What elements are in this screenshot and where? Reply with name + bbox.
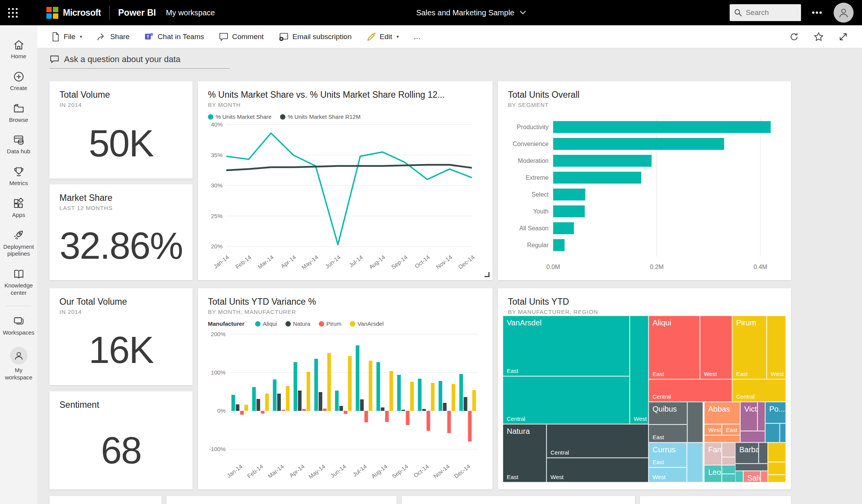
treemap-cell[interactable] <box>759 443 768 463</box>
qa-question-input[interactable]: Ask a question about your data <box>49 54 230 69</box>
treemap-cell[interactable] <box>768 462 786 474</box>
tile-market-share-line-chart[interactable]: % Units Market Share vs. % Units Market … <box>198 81 493 280</box>
account-avatar[interactable] <box>834 3 854 23</box>
teams-icon: T <box>144 32 154 42</box>
treemap-cell[interactable] <box>768 443 786 462</box>
sidebar-item-label: Deployment pipelines <box>1 243 36 258</box>
file-menu-button[interactable]: File ▾ <box>51 32 82 42</box>
partial-card[interactable] <box>640 496 791 504</box>
partial-card[interactable] <box>49 496 162 504</box>
partial-card[interactable] <box>402 496 635 504</box>
treemap-cell[interactable] <box>722 443 735 457</box>
fullscreen-button[interactable] <box>838 32 848 42</box>
treemap-cell[interactable]: Fama <box>704 443 722 465</box>
variance-chart-plot[interactable]: 200%100%0%-100%Jan-14Feb-14Mar-14Apr-14M… <box>206 327 481 480</box>
sidebar-item-browse[interactable]: Browse <box>0 97 37 129</box>
treemap-cell[interactable] <box>722 457 735 465</box>
treemap-cell[interactable]: East <box>722 424 740 435</box>
treemap-cell[interactable]: Central <box>503 376 630 424</box>
tile-subtitle: IN 2014 <box>59 309 193 315</box>
treemap-cell[interactable]: Vict... <box>740 402 757 431</box>
treemap-region-label: West <box>550 474 564 480</box>
sidebar-item-metrics[interactable]: Metrics <box>0 161 37 192</box>
tile-sentiment[interactable]: Sentiment 68 <box>49 391 193 489</box>
sidebar-item-apps[interactable]: Apps <box>0 192 37 224</box>
line-chart-plot[interactable]: 20%25%30%35%40%Jan-14Feb-14Mar-14Apr-14M… <box>206 120 481 270</box>
comment-button[interactable]: Comment <box>219 32 264 42</box>
sidebar-item-knowledge-center[interactable]: Knowledge center <box>0 263 37 302</box>
tile-total-units-overall[interactable]: Total Units Overall BY SEGMENT 0.0M0.2M0… <box>498 81 791 280</box>
treemap-cell[interactable]: West <box>649 468 687 482</box>
treemap-cell[interactable]: Quibus <box>649 402 687 424</box>
treemap-cell[interactable]: Central <box>732 379 786 402</box>
chat-in-teams-button[interactable]: T Chat in Teams <box>144 32 204 42</box>
treemap-cell[interactable]: West <box>700 316 732 379</box>
treemap-cell[interactable]: AliquiEast <box>649 316 700 379</box>
svg-text:Dec-14: Dec-14 <box>453 463 471 479</box>
refresh-button[interactable] <box>789 32 799 42</box>
folder-icon <box>13 103 25 114</box>
treemap-cell[interactable]: Abbas <box>704 402 740 424</box>
treemap-cell[interactable] <box>740 431 765 442</box>
treemap-cell[interactable]: Barba <box>735 443 758 463</box>
treemap-cell[interactable] <box>758 402 765 431</box>
workspace-breadcrumb[interactable]: My workspace <box>166 8 215 17</box>
treemap-cell[interactable] <box>722 465 735 474</box>
treemap-cell[interactable]: West <box>704 424 722 435</box>
edit-button[interactable]: Edit ▾ <box>366 32 399 42</box>
partial-card[interactable] <box>166 496 397 504</box>
email-subscription-button[interactable]: Email subscription <box>278 32 351 42</box>
svg-text:May-14: May-14 <box>300 254 320 270</box>
favorite-button[interactable] <box>814 32 824 42</box>
treemap-cell[interactable]: Po... <box>765 402 786 423</box>
treemap-region-label: West <box>771 371 784 377</box>
treemap-cell[interactable] <box>735 464 768 471</box>
tile-market-share[interactable]: Market Share LAST 12 MONTHS 32.86% <box>49 184 193 280</box>
treemap-cell[interactable]: East <box>649 425 687 442</box>
sidebar-item-workspaces[interactable]: Workspaces <box>0 310 37 342</box>
treemap-cell[interactable] <box>780 424 786 442</box>
sidebar-item-deployment-pipelines[interactable]: Deployment pipelines <box>0 224 37 263</box>
segment-bar-chart-plot[interactable]: 0.0M0.2M0.4MProductivityConvenienceModer… <box>506 114 786 275</box>
treemap-cell[interactable] <box>761 471 768 482</box>
svg-text:Moderation: Moderation <box>518 158 549 164</box>
topbar-more-options-icon[interactable]: ••• <box>812 8 823 18</box>
toolbar-more-options-icon[interactable]: … <box>414 33 422 41</box>
treemap-cell[interactable]: West <box>630 316 648 424</box>
treemap-cell[interactable] <box>722 474 735 482</box>
treemap-cell[interactable]: Central <box>547 424 648 458</box>
share-button[interactable]: Share <box>97 32 130 42</box>
treemap-cell[interactable] <box>687 443 703 482</box>
treemap-region-label: Central <box>507 415 525 422</box>
person-icon <box>838 7 849 18</box>
treemap-cell[interactable] <box>735 471 743 482</box>
svg-text:25%: 25% <box>211 213 223 219</box>
treemap-cell[interactable]: Central <box>649 379 732 402</box>
treemap-cell[interactable] <box>704 435 740 442</box>
treemap-cell[interactable]: CurrusEast <box>649 443 687 467</box>
tile-total-units-ytd-treemap[interactable]: Total Units YTD BY MANUFACTURER, REGION … <box>498 288 791 489</box>
treemap-cell[interactable]: West <box>767 316 786 379</box>
treemap-cell[interactable] <box>687 402 703 442</box>
treemap-plot[interactable]: VanArsdelEastCentralWestNaturaEastCentra… <box>503 316 786 482</box>
sidebar-item-my-workspace[interactable]: My workspace <box>0 341 37 387</box>
app-launcher-waffle-icon[interactable] <box>0 0 25 25</box>
tile-ytd-variance-chart[interactable]: Total Units YTD Variance % BY MONTH, MAN… <box>198 288 493 489</box>
treemap-cell[interactable]: Leo <box>704 465 722 482</box>
sidebar-item-create[interactable]: Create <box>0 66 37 97</box>
tile-our-total-volume[interactable]: Our Total Volume IN 2014 16K <box>49 288 193 385</box>
treemap-cell[interactable] <box>768 475 786 482</box>
sidebar-item-home[interactable]: Home <box>0 34 37 66</box>
search-input[interactable]: Search <box>730 4 801 21</box>
powerbi-product-name[interactable]: Power BI <box>118 8 156 18</box>
tile-total-volume[interactable]: Total Volume IN 2014 50K <box>49 81 193 179</box>
treemap-cell[interactable]: Salvus <box>743 471 760 482</box>
sidebar-item-data-hub[interactable]: Data hub <box>0 129 37 161</box>
treemap-cell[interactable]: VanArsdelEast <box>503 316 630 376</box>
treemap-cell[interactable] <box>765 424 780 442</box>
tile-resize-handle[interactable] <box>485 272 490 277</box>
treemap-cell[interactable]: NaturaEast <box>503 424 546 482</box>
treemap-cell[interactable]: West <box>547 458 648 482</box>
treemap-cell[interactable]: PirumEast <box>732 316 766 379</box>
dashboard-title-dropdown[interactable]: Sales and Marketing Sample <box>416 0 526 25</box>
